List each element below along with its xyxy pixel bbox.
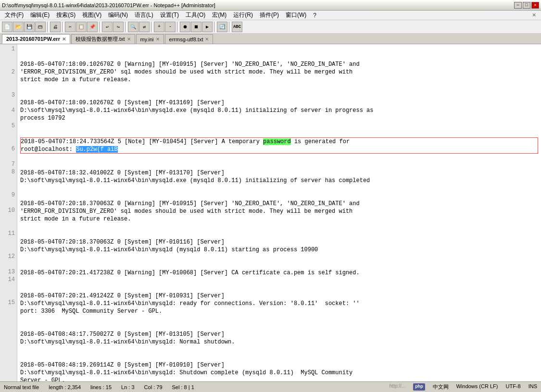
cut-button[interactable]: ✂ (65, 22, 75, 32)
line-numbers: 1 2 3 4 5 6 7 8 9 10 11 12 13 14 (0, 44, 17, 381)
menu-search[interactable]: 搜索(S) (53, 11, 78, 20)
tab-ini-close[interactable]: ✕ (156, 37, 160, 42)
tab-errmsg-label: errmsg-utf8.txt (169, 37, 203, 42)
code-content[interactable]: 2018-05-04T07:18:09.102670Z 0 [Warning] … (17, 44, 541, 381)
line-num-13: 13 (2, 268, 15, 276)
line-num-14b (2, 283, 15, 291)
tab-err-file[interactable]: 2013-20160701PW.err ✕ (2, 34, 70, 44)
menu-plugins[interactable]: 插件(P) (257, 11, 282, 20)
tab-ini-label: my.ini (140, 37, 154, 42)
paste-button[interactable]: 📌 (87, 22, 98, 32)
line-num-10b (2, 214, 15, 222)
toolbar-sep-3 (99, 22, 101, 32)
find-button[interactable]: 🔍 (128, 22, 138, 32)
line-num-7: 7 (2, 160, 15, 168)
macro-rec-button[interactable]: ⏺ (180, 22, 190, 32)
macro-stop-button[interactable]: ⏹ (191, 22, 201, 32)
line-num-8: 8 (2, 168, 15, 176)
menu-settings[interactable]: 设置(T) (157, 11, 182, 20)
php-logo: php (413, 383, 425, 391)
save-all-button[interactable]: 🗃 (35, 22, 46, 32)
undo-button[interactable]: ↩ (102, 22, 113, 32)
open-button[interactable]: 📂 (13, 22, 24, 32)
status-col: Col : 79 (144, 384, 163, 390)
editor-area: 1 2 3 4 5 6 7 8 9 10 11 12 13 14 (0, 44, 541, 381)
status-lines: lines : 15 (90, 384, 112, 390)
toolbar-sep-2 (62, 22, 63, 32)
menu-edit[interactable]: 编辑(E) (27, 11, 52, 20)
status-mode: INS (528, 383, 537, 391)
tab-errmsg-file[interactable]: errmsg-utf8.txt ✕ (165, 34, 214, 44)
menu-encoding[interactable]: 编码(N) (105, 11, 131, 20)
line-num-10c (2, 222, 15, 230)
code-line-10: 2018-05-04T08:48:19.269114Z 0 [System] [… (20, 361, 538, 381)
toolbar-sep-5 (151, 22, 152, 32)
status-sel: Sel : 8 | 1 (172, 384, 194, 390)
code-line-8: 2018-05-04T07:20:21.491242Z 0 [System] [… (20, 292, 538, 315)
print-button[interactable]: 🖨 (50, 22, 61, 32)
close-button[interactable]: ✕ (531, 2, 539, 9)
tab-errmsg-close[interactable]: ✕ (205, 37, 209, 42)
tab-ini-file[interactable]: my.ini ✕ (136, 34, 164, 44)
maximize-button[interactable]: □ (523, 2, 530, 9)
title-text: D:\soft\mysql\mysql-8.0.11-winx64\data\2… (2, 2, 215, 8)
macro-play-button[interactable]: ▶ (202, 22, 213, 32)
code-line-4: 2018-05-04T07:18:32.401002Z 0 [System] [… (20, 169, 538, 184)
line-num-4: 4 (2, 107, 15, 114)
tab-err-label: 2013-20160701PW.err (6, 36, 60, 42)
zoom-in-button[interactable]: + (154, 22, 164, 32)
save-button[interactable]: 💾 (24, 22, 35, 32)
status-length: length : 2,354 (49, 384, 81, 390)
minimize-button[interactable]: ─ (514, 2, 522, 9)
status-language: 中文网 (433, 383, 449, 391)
tabs-bar: 2013-20160701PW.err ✕ 校级报告数据整理.txt ✕ my.… (0, 34, 541, 44)
menu-macro[interactable]: 宏(M) (209, 11, 229, 20)
line-num-11c (2, 245, 15, 253)
line-num-5c (2, 137, 15, 145)
redo-button[interactable]: ↪ (113, 22, 124, 32)
line-num-1: 1 (2, 45, 15, 53)
code-line-3: 2018-05-04T07:18:24.733564Z 5 [Note] [MY… (20, 137, 538, 154)
line-num-15: 15 (2, 299, 15, 306)
new-button[interactable]: 📄 (2, 22, 13, 32)
menu-language[interactable]: 语言(L) (132, 11, 156, 20)
abc-button[interactable]: ABC (232, 22, 242, 32)
copy-button[interactable]: 📋 (76, 22, 87, 32)
menu-file[interactable]: 文件(F) (2, 11, 26, 20)
zoom-out-button[interactable]: - (165, 22, 176, 32)
toolbar-sep-6 (177, 22, 178, 32)
menu-x[interactable]: ✕ (529, 12, 539, 19)
tab-txt-file[interactable]: 校级报告数据整理.txt ✕ (71, 34, 135, 44)
line-num-8c (2, 184, 15, 191)
status-filetype: Normal text file (4, 384, 39, 390)
code-line-2: 2018-05-04T07:18:09.102670Z 0 [System] [… (20, 99, 538, 122)
menu-view[interactable]: 视图(V) (79, 11, 104, 20)
status-crlf: Windows (CR LF) (456, 383, 498, 391)
replace-button[interactable]: ⇄ (139, 22, 150, 32)
toolbar: 📄 📂 💾 🗃 🖨 ✂ 📋 📌 ↩ ↪ 🔍 ⇄ + - ⏺ ⏹ ▶ 🔄 ABC (0, 20, 541, 34)
title-bar: D:\soft\mysql\mysql-8.0.11-winx64\data\2… (0, 0, 541, 11)
sync-button[interactable]: 🔄 (217, 22, 227, 32)
menu-run[interactable]: 运行(R) (230, 11, 256, 20)
status-right: http://... php 中文网 Windows (CR LF) UTF-8… (390, 383, 537, 391)
status-encoding: UTF-8 (505, 383, 520, 391)
tab-err-close[interactable]: ✕ (62, 37, 66, 42)
menu-window[interactable]: 窗口(W) (283, 11, 309, 20)
line-num-2c (2, 84, 15, 91)
menu-tools[interactable]: 工具(O) (183, 11, 208, 20)
status-bar: Normal text file length : 2,354 lines : … (0, 381, 541, 392)
toolbar-sep-1 (47, 22, 49, 32)
menu-help[interactable]: ? (310, 12, 319, 19)
line-num-10: 10 (2, 207, 15, 214)
line-num-9b (2, 199, 15, 207)
status-ln: Ln : 3 (121, 384, 135, 390)
toolbar-sep-8 (229, 22, 230, 32)
status-website: http://... (390, 383, 405, 391)
line-num-5: 5 (2, 122, 15, 130)
selection-highlight: Su.p2w(f aiB (76, 146, 117, 153)
line-num-12: 12 (2, 253, 15, 260)
tab-txt-close[interactable]: ✕ (127, 37, 131, 42)
line-num-2b (2, 76, 15, 84)
line-num-1b (2, 53, 15, 61)
menu-bar: 文件(F) 编辑(E) 搜索(S) 视图(V) 编码(N) 语言(L) 设置(T… (0, 11, 541, 20)
